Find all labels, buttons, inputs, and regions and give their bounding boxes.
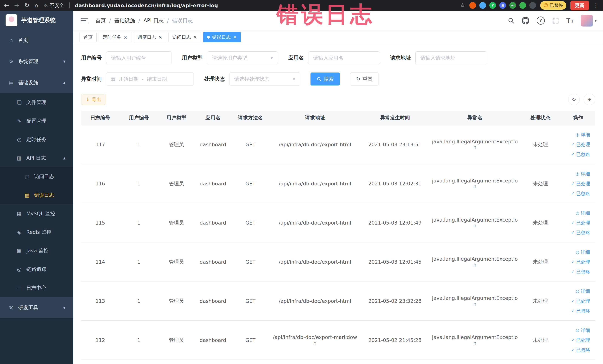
refresh-table-button[interactable]: ↻ (568, 94, 580, 105)
tab-job[interactable]: 定时任务× (99, 32, 131, 42)
sidebar-item-infra[interactable]: ▤基础设施▴ (0, 72, 73, 93)
url-text[interactable]: dashboard.yudao.iocoder.cn/infra/log/api… (75, 3, 218, 8)
tab-home[interactable]: 首页 (80, 32, 97, 42)
kebab-menu-icon[interactable]: ⋮ (593, 2, 599, 8)
sidebar-item-mysql[interactable]: ▦MySQL 监控 (0, 204, 73, 223)
column-visibility-button[interactable]: ⊞ (584, 94, 595, 105)
browser-home-icon[interactable]: ⌂ (35, 2, 38, 8)
reload-icon[interactable]: ↻ (24, 2, 29, 8)
reset-button[interactable]: ↻ 重置 (350, 72, 379, 85)
close-icon[interactable]: × (233, 35, 237, 39)
sidebar-item-config[interactable]: ✎配置管理 (0, 112, 73, 130)
cell-user_id: 1 (120, 203, 158, 242)
action-detail[interactable]: ◎详细 (576, 327, 590, 333)
cell-id: 116 (81, 164, 120, 203)
close-icon[interactable]: × (123, 35, 128, 39)
security-indicator[interactable]: ⚠ 不安全 (44, 2, 64, 9)
action-processed[interactable]: ✓已处理 (571, 337, 590, 343)
font-size-icon[interactable]: TT (566, 17, 574, 24)
action-processed[interactable]: ✓已处理 (571, 220, 590, 226)
tab-access-log[interactable]: 访问日志× (169, 32, 201, 42)
help-icon[interactable]: ? (537, 16, 545, 25)
close-icon[interactable]: × (193, 35, 197, 39)
filter-app-name: 应用名 (288, 51, 380, 64)
extension-red-circle-icon[interactable] (469, 2, 476, 9)
search-icon[interactable] (508, 17, 514, 24)
forward-icon[interactable]: → (14, 2, 19, 8)
cell-user_id: 1 (120, 321, 158, 360)
breadcrumb-item: 错误日志 (172, 17, 193, 24)
browser-toolbar-left: ← → ↻ ⌂ ⚠ 不安全 dashboard.yudao.iocoder.cn… (4, 2, 460, 9)
action-detail[interactable]: ◎详细 (576, 249, 590, 255)
extension-paw-icon[interactable] (529, 2, 536, 9)
app-name-input[interactable] (308, 51, 380, 64)
processed-check-icon: ✓ (571, 220, 575, 225)
sidebar-item-error-log[interactable]: ▨错误日志 (0, 186, 73, 204)
sidebar-item-file[interactable]: ❏文件管理 (0, 93, 73, 112)
logo[interactable]: 芋道管理系统 (0, 11, 73, 30)
paused-badge-label: 已暂停 (550, 2, 563, 8)
user-type-select[interactable]: 请选择用户类型 ▾ (207, 51, 278, 64)
action-detail[interactable]: ◎详细 (576, 210, 590, 216)
tab-error-log[interactable]: 错误日志× (203, 32, 241, 42)
sidebar-item-log-center[interactable]: ≡日志中心 (0, 279, 73, 297)
cell-actions: ◎详细✓已处理✓已忽略 (561, 321, 595, 360)
sidebar-item-trace[interactable]: ◎链路追踪 (0, 260, 73, 279)
infra-icon: ▤ (8, 80, 14, 86)
extension-green-y-icon[interactable]: Y (489, 2, 496, 9)
column-header-user_id: 用户编号 (120, 111, 158, 125)
user-menu[interactable]: ▾ (581, 15, 597, 26)
process-status-select[interactable]: 请选择处理状态 ▾ (229, 72, 300, 85)
exception-time-range-picker[interactable]: ▦ 开始日期 - 结束日期 (106, 72, 194, 85)
column-header-app: 应用名 (195, 111, 231, 125)
sidebar-item-system[interactable]: ⚙系统管理▾ (0, 51, 73, 72)
search-button[interactable]: 搜索 (311, 72, 340, 85)
sidebar-item-dev-tools[interactable]: ⚒研发工具▾ (0, 297, 73, 318)
tab-job-log[interactable]: 调度日志× (134, 32, 166, 42)
breadcrumb-item[interactable]: 基础设施 (114, 17, 135, 24)
sidebar-item-java[interactable]: ▣Java 监控 (0, 241, 73, 260)
sidebar-item-home[interactable]: ⌂首页 (0, 30, 73, 51)
update-button[interactable]: 更新 (570, 0, 589, 10)
extension-blue-grid-icon[interactable]: ▦ (499, 2, 506, 9)
sidebar-toggle-icon[interactable] (80, 17, 89, 24)
bookmark-star-icon[interactable]: ☆ (460, 2, 465, 8)
action-processed[interactable]: ✓已处理 (571, 298, 590, 304)
cell-status: 未处理 (520, 203, 561, 242)
cell-status: 未处理 (520, 242, 561, 282)
github-icon[interactable] (522, 17, 529, 24)
action-detail[interactable]: ◎详细 (576, 132, 590, 138)
breadcrumb-item[interactable]: 首页 (95, 17, 106, 24)
action-processed[interactable]: ✓已处理 (571, 181, 590, 187)
request-url-input[interactable] (415, 51, 487, 64)
action-ignored[interactable]: ✓已忽略 (571, 308, 590, 314)
export-button[interactable]: ↓ 导出 (81, 94, 106, 105)
back-icon[interactable]: ← (4, 2, 9, 8)
extension-on-badge-icon[interactable]: on (509, 2, 516, 9)
close-icon[interactable]: × (158, 35, 162, 39)
sidebar-item-redis[interactable]: ◈Redis 监控 (0, 223, 73, 241)
action-ignored[interactable]: ✓已忽略 (571, 190, 590, 197)
filter-exception-time: 异常时间 ▦ 开始日期 - 结束日期 (81, 72, 194, 85)
action-ignored[interactable]: ✓已忽略 (571, 151, 590, 157)
paused-badge[interactable]: ☺ 已暂停 (540, 1, 566, 10)
user-id-input[interactable] (106, 51, 172, 64)
extension-blue-drop-icon[interactable] (479, 2, 486, 9)
breadcrumb-item[interactable]: API 日志 (143, 17, 164, 24)
action-ignored[interactable]: ✓已忽略 (571, 230, 590, 236)
extension-green-leaf-icon[interactable] (519, 2, 526, 9)
action-detail[interactable]: ◎详细 (576, 171, 590, 177)
action-ignored[interactable]: ✓已忽略 (571, 347, 590, 353)
sidebar-item-label: 配置管理 (26, 117, 46, 124)
sidebar-item-api-log[interactable]: ▥API 日志▴ (0, 149, 73, 167)
action-processed[interactable]: ✓已处理 (571, 141, 590, 148)
avatar (581, 15, 593, 26)
action-processed[interactable]: ✓已处理 (571, 259, 590, 265)
action-ignored[interactable]: ✓已忽略 (571, 269, 590, 275)
tab-label: 调度日志 (138, 34, 156, 40)
sidebar-item-job[interactable]: ◷定时任务 (0, 130, 73, 149)
fullscreen-icon[interactable] (552, 17, 559, 24)
sidebar-item-access-log[interactable]: ▧访问日志 (0, 167, 73, 186)
cell-method: GET (231, 125, 270, 164)
action-detail[interactable]: ◎详细 (576, 288, 590, 294)
